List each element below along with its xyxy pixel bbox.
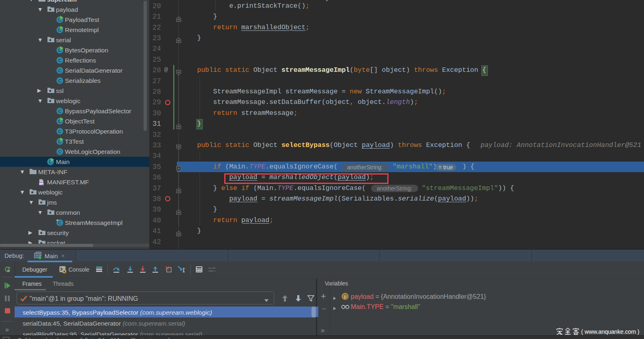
svg-text:C: C bbox=[58, 220, 61, 225]
svg-text:C: C bbox=[58, 68, 61, 73]
svg-text:C: C bbox=[58, 78, 61, 83]
svg-text:C: C bbox=[58, 149, 61, 154]
svg-text:MF: MF bbox=[39, 182, 43, 185]
svg-text:C: C bbox=[58, 129, 61, 134]
svg-text:C: C bbox=[58, 58, 61, 63]
svg-text:p: p bbox=[344, 294, 346, 299]
svg-text:C: C bbox=[58, 108, 61, 113]
